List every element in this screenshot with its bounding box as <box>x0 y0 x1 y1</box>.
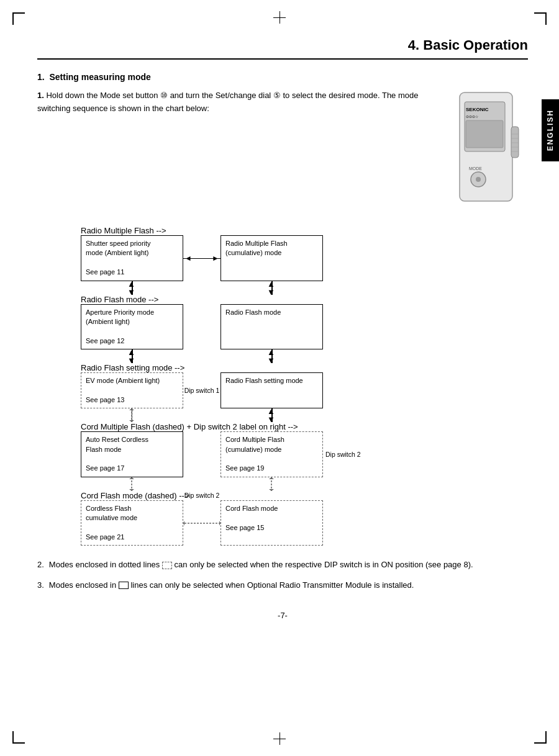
vert-arrow-right-1: ▲ ▼ <box>220 281 323 295</box>
svg-rect-4 <box>466 120 503 148</box>
svg-rect-8 <box>511 127 519 158</box>
english-tab: ENGLISH <box>542 99 559 161</box>
footnote-3: 3. Modes enclosed in lines can only be s… <box>37 578 528 592</box>
svg-marker-25 <box>219 521 220 526</box>
box-cord-multi: Cord Multiple Flash(cumulative) modeSee … <box>220 431 323 477</box>
vert-arrows-3: ▲ ▼ <box>81 408 484 422</box>
corner-mark-br <box>534 731 547 744</box>
step1-text: 1. Hold down the Mode set button ⑩ and t… <box>37 89 441 115</box>
chart-row-3: EV mode (Ambient light)See page 13 Dip s… <box>81 372 484 408</box>
spacer-h-4 <box>183 431 220 477</box>
corner-mark-tl <box>12 12 25 25</box>
spacer-7 <box>183 477 220 491</box>
center-mark-bottom <box>273 732 286 745</box>
spacer-5 <box>183 408 220 422</box>
vert-arrow-right-2: ▲ ▼ <box>220 349 323 363</box>
center-mark-top <box>273 11 286 24</box>
spacer-1 <box>183 281 220 295</box>
svg-marker-24 <box>183 521 184 526</box>
spacer-2 <box>323 281 360 295</box>
main-content: 4. Basic Operation 1. Setting measuring … <box>37 37 528 620</box>
box-radio-flash-setting: Radio Flash setting mode <box>220 372 323 408</box>
svg-marker-19 <box>129 489 134 491</box>
page-title: 4. Basic Operation <box>37 37 528 60</box>
mode-chart: Radio Multiple Flash --> Shutter speed p… <box>37 226 528 546</box>
svg-marker-22 <box>269 489 274 491</box>
box-auto-reset: Auto Reset CordlessFlash modeSee page 17 <box>81 431 183 477</box>
device-illustration: SEKONIC ⊙⊙⊙☆ MODE <box>453 89 528 214</box>
svg-point-7 <box>476 177 481 182</box>
svg-text:MODE: MODE <box>469 166 482 171</box>
footnote-2: 2. Modes enclosed in dotted lines can on… <box>37 558 528 572</box>
section-title: Setting measuring mode <box>49 72 150 82</box>
spacer-4 <box>323 349 360 363</box>
spacer-3 <box>183 349 220 363</box>
dashed-box-icon <box>162 562 172 569</box>
dip-switch-2-right-label: Dip switch 2 <box>323 431 360 477</box>
footnotes: 2. Modes enclosed in dotted lines can on… <box>37 558 528 592</box>
vert-arrow-left-3 <box>81 408 183 422</box>
box-shutter: Shutter speed prioritymode (Ambient ligh… <box>81 235 183 281</box>
box-aperture: Aperture Priority mode(Ambient light)See… <box>81 304 183 350</box>
vert-arrows-2: ▲ ▼ ▲ ▼ <box>81 349 484 363</box>
spacer-right-2 <box>323 304 360 350</box>
dip-switch-2-left-label: Dip switch 2 <box>183 500 220 546</box>
intro-block: 1. Hold down the Mode set button ⑩ and t… <box>37 89 528 214</box>
svg-marker-16 <box>129 420 134 422</box>
intro-text: 1. Hold down the Mode set button ⑩ and t… <box>37 89 441 214</box>
vert-arrow-right-3: ▲ ▼ <box>220 408 323 422</box>
box-cord-flash: Cord Flash modeSee page 15 <box>220 500 323 546</box>
spacer-h-2 <box>183 304 220 350</box>
box-radio-multi: Radio Multiple Flash(cumulative) mode <box>220 235 323 281</box>
svg-marker-21 <box>269 477 274 479</box>
vert-arrow-left-2: ▲ ▼ <box>81 349 183 363</box>
vert-arrow-right-4 <box>220 477 323 491</box>
spacer-6 <box>323 408 360 422</box>
horiz-arrow-1: ◄ ► <box>183 235 220 281</box>
page-number: -7- <box>37 611 528 620</box>
spacer-right-1 <box>323 235 360 281</box>
vert-arrows-4 <box>81 477 484 491</box>
chart-row-1: Shutter speed prioritymode (Ambient ligh… <box>81 235 484 281</box>
box-radio-flash: Radio Flash mode <box>220 304 323 350</box>
section-number: 1. <box>37 72 45 82</box>
svg-marker-15 <box>129 408 134 410</box>
svg-marker-18 <box>129 477 134 479</box>
corner-mark-bl <box>12 731 25 744</box>
svg-text:⊙⊙⊙☆: ⊙⊙⊙☆ <box>466 115 478 119</box>
section-heading: 1. Setting measuring mode <box>37 72 528 82</box>
chart-row-5: Cordless Flashcumulative modeSee page 21… <box>81 500 484 546</box>
chart-row-4: Auto Reset CordlessFlash modeSee page 17… <box>81 431 484 477</box>
spacer-8 <box>323 477 360 491</box>
vert-arrow-left-1: ▲ ▼ <box>81 281 183 295</box>
spacer-right-3 <box>323 372 360 408</box>
vert-arrows-1: ▲ ▼ ▲ ▼ <box>81 281 484 295</box>
box-cordless-cumul: Cordless Flashcumulative modeSee page 21 <box>81 500 183 546</box>
spacer-right-5 <box>323 500 360 546</box>
corner-mark-tr <box>534 12 547 25</box>
svg-text:SEKONIC: SEKONIC <box>466 107 489 112</box>
dip-switch-1-label: Dip switch 1 <box>183 372 220 408</box>
box-ev: EV mode (Ambient light)See page 13 <box>81 372 183 408</box>
chart-row-2: Aperture Priority mode(Ambient light)See… <box>81 304 484 350</box>
vert-arrow-left-4 <box>81 477 183 491</box>
solid-box-icon <box>119 582 129 589</box>
